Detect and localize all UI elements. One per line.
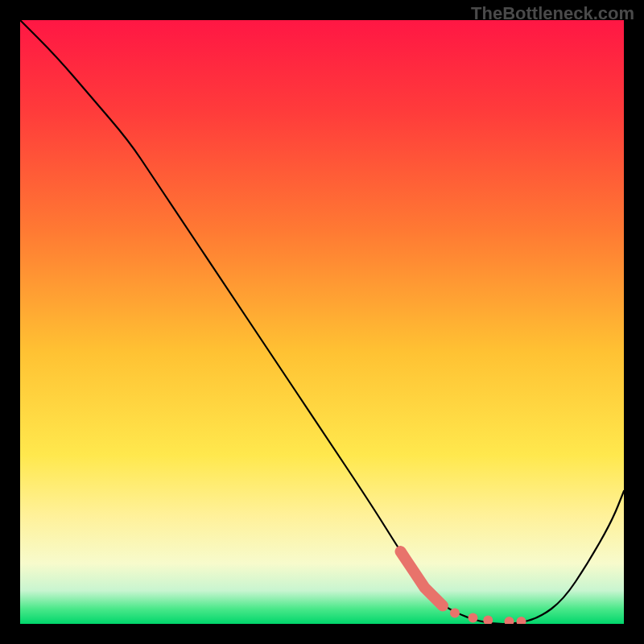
watermark-text: TheBottleneck.com xyxy=(471,3,634,24)
chart-container: TheBottleneck.com xyxy=(0,0,644,644)
gradient-background xyxy=(20,20,624,624)
plot-area xyxy=(20,20,624,624)
chart-svg xyxy=(20,20,624,624)
highlight-dot xyxy=(469,613,478,623)
highlight-dot xyxy=(450,609,460,618)
